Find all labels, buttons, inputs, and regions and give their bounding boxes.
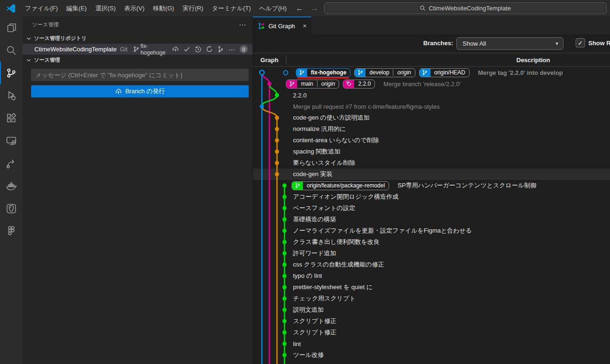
menu-r[interactable]: 実行(R) <box>179 0 208 16</box>
source-control-icon[interactable] <box>0 62 23 84</box>
vscode-window: ファイル(F)編集(E)選択(S)表示(V)移動(G)実行(R)ターミナル(T)… <box>0 0 610 364</box>
menu-f[interactable]: ファイル(F) <box>21 0 62 16</box>
commit-message: content-area いらないので削除 <box>293 136 379 145</box>
menu-g[interactable]: 移動(G) <box>149 0 179 16</box>
commit-message: チェック用スクリプト <box>293 294 356 303</box>
git-branch-icon <box>292 182 303 190</box>
remote-explorer-icon[interactable] <box>0 129 23 152</box>
tag-label-2.2.0[interactable]: 2.2.0 <box>343 80 375 89</box>
docker-icon[interactable] <box>0 175 23 197</box>
commit-row[interactable]: typo の lint <box>253 270 610 282</box>
commit-row[interactable]: ノーマライズファイルを更新・設定ファイルをFigmaと合わせる <box>253 225 610 236</box>
commit-message: 要らないスタイル削除 <box>293 159 355 167</box>
commit-row[interactable]: origin/feature/package-remodelSP専用ハンバーガー… <box>253 180 610 191</box>
branch-label-origin/HEAD[interactable]: origin/HEAD <box>419 68 470 77</box>
commit-message: code-gen 実装 <box>293 170 333 178</box>
commit-row[interactable]: アコーディオン開閉ロジック構造作成 <box>253 191 610 202</box>
chevron-down-icon <box>25 35 32 42</box>
commit-row[interactable]: スクリプト修正 <box>253 315 610 327</box>
command-center-search[interactable]: CtimeWebsiteCodingTemplate <box>324 2 607 14</box>
commit-row[interactable]: クラス書き出し便利関数を改良 <box>253 236 610 248</box>
repository-branch[interactable]: fix-hogehoge <box>133 43 172 56</box>
publish-branch-button[interactable]: Branch の発行 <box>31 85 249 97</box>
extensions-icon[interactable] <box>0 107 23 129</box>
commit-row[interactable]: lint <box>253 338 610 349</box>
commit-row[interactable]: ベースフォントの設定 <box>253 202 610 214</box>
commit-row[interactable]: ツール改修 <box>253 349 610 361</box>
run-debug-icon[interactable] <box>0 84 23 107</box>
repository-more-actions-button[interactable]: ⋯ <box>228 46 236 53</box>
changes-count-badge: 0 <box>240 45 248 53</box>
commit-row[interactable]: 2.2.0 <box>253 89 610 101</box>
history-icon[interactable] <box>195 46 202 53</box>
editor-area: Git Graph × Branches: Show All ▾ ✓ Show … <box>252 16 610 364</box>
git-graph-tab-icon <box>258 22 265 30</box>
branches-dropdown-value: Show All <box>463 40 486 47</box>
tab-label: Git Graph <box>268 23 295 30</box>
commit-row[interactable]: prettier-stylesheet を quiet に <box>253 282 610 293</box>
ref-name: main <box>297 81 317 87</box>
section-source-control[interactable]: ソース管理 <box>23 55 252 65</box>
branch-label-origin/feature/package-remodel[interactable]: origin/feature/package-remodel <box>292 181 389 190</box>
commit-message: スクリプト修正 <box>293 317 337 325</box>
commit-row[interactable]: 許可ワード追加 <box>253 248 610 259</box>
show-remote-checkbox[interactable]: ✓ <box>576 38 585 48</box>
commit-message: SP専用ハンバーガーコンテンツとスクロール制御 <box>398 181 537 190</box>
commit-message: normalize 汎用的に <box>293 125 346 133</box>
commit-row[interactable]: fix-hogehogedeveloporiginorigin/HEADMerg… <box>253 67 610 78</box>
explorer-icon[interactable] <box>0 16 23 39</box>
commit-row[interactable]: code-gen 実装 <box>253 169 610 180</box>
commit-message: prettier-stylesheet を quiet に <box>293 283 373 291</box>
branches-dropdown[interactable]: Show All ▾ <box>456 37 563 50</box>
menu-h[interactable]: ヘルプ(H) <box>255 0 291 16</box>
chevron-down-icon <box>25 57 32 64</box>
commit-row[interactable]: Merge pull request #7 from c-time/featur… <box>253 101 610 112</box>
column-divider[interactable] <box>286 55 286 65</box>
commit-row[interactable]: 説明文追加 <box>253 304 610 315</box>
commit-message-input[interactable] <box>31 69 249 81</box>
commit-row[interactable]: spacing 関数追加 <box>253 146 610 157</box>
ref-remote-name: origin <box>393 69 415 76</box>
menu-e[interactable]: 編集(E) <box>62 0 91 16</box>
figma-icon[interactable] <box>0 220 23 243</box>
tab-git-graph[interactable]: Git Graph × <box>253 16 311 34</box>
commit-row[interactable]: css クラスの自動生成機能の修正 <box>253 259 610 270</box>
commit-row[interactable]: 基礎構造の構築 <box>253 214 610 225</box>
branch-label-fix-hogehoge[interactable]: fix-hogehoge <box>296 68 350 77</box>
repository-row[interactable]: CtimeWebsiteCodingTemplate Git fix-hogeh… <box>23 44 252 55</box>
repository-actions: ⋯ 0 <box>172 45 248 53</box>
commit-row[interactable]: code-gen の使い方説明追加 <box>253 112 610 123</box>
menu-s[interactable]: 選択(S) <box>91 0 120 16</box>
commit-message: spacing 関数追加 <box>293 147 340 156</box>
commit-message: code-gen の使い方説明追加 <box>293 113 369 122</box>
postgresql-icon[interactable] <box>0 197 23 220</box>
menu-bar: ファイル(F)編集(E)選択(S)表示(V)移動(G)実行(R)ターミナル(T)… <box>21 0 291 16</box>
menu-v[interactable]: 表示(V) <box>120 0 149 16</box>
live-share-icon[interactable] <box>0 152 23 175</box>
nav-forward-button[interactable]: → <box>311 4 318 13</box>
commit-message: 説明文追加 <box>293 306 324 314</box>
git-branch-icon <box>355 69 366 77</box>
commit-row[interactable]: content-area いらないので削除 <box>253 135 610 146</box>
refresh-icon[interactable] <box>206 46 213 53</box>
search-icon[interactable] <box>0 39 23 62</box>
branch-label-main[interactable]: mainorigin <box>286 80 339 89</box>
search-icon <box>420 5 426 11</box>
branch-label-develop[interactable]: developorigin <box>354 68 415 77</box>
commit-row[interactable]: mainorigin2.2.0Merge branch 'release/2.2… <box>253 78 610 89</box>
commit-check-icon[interactable] <box>183 46 190 53</box>
commit-row[interactable]: スクリプト修正 <box>253 327 610 338</box>
commit-row[interactable]: normalize 汎用的に <box>253 123 610 135</box>
tab-close-icon[interactable]: × <box>303 22 307 30</box>
commit-row[interactable]: 要らないスタイル削除 <box>253 157 610 169</box>
git-graph-view-icon[interactable] <box>217 46 224 53</box>
cloud-upload-icon[interactable] <box>172 46 179 53</box>
nav-back-button[interactable]: ← <box>296 4 303 13</box>
sidebar-more-actions-button[interactable]: ⋯ <box>239 21 246 29</box>
menu-t[interactable]: ターミナル(T) <box>208 0 255 16</box>
ref-name: 2.2.0 <box>354 81 374 87</box>
commit-message: Merge branch 'release/2.2.0' <box>383 81 461 88</box>
commit-row[interactable]: チェック用スクリプト <box>253 293 610 304</box>
commit-message: ノーマライズファイルを更新・設定ファイルをFigmaと合わせる <box>293 226 472 235</box>
commit-message: スクリプト修正 <box>293 328 337 337</box>
